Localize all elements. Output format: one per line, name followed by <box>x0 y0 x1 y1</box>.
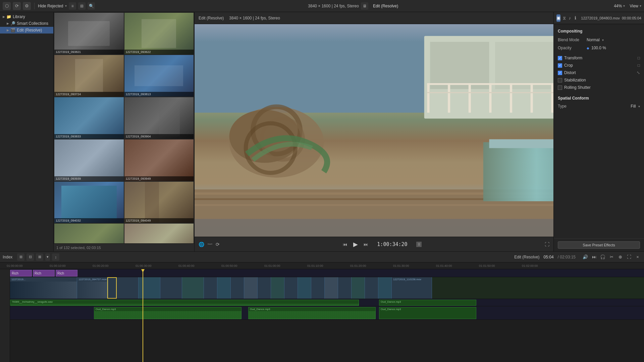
media-thumb[interactable]: 12272019_093724 <box>54 55 124 97</box>
media-thumb[interactable]: 12272019_093939 <box>54 139 124 181</box>
video-clip[interactable] <box>244 277 258 299</box>
media-thumb[interactable]: 12272019_093904 <box>124 97 194 139</box>
thumb-label: 12272019_094032 <box>54 218 124 223</box>
purple-clip-1[interactable]: Rich <box>10 270 32 277</box>
skip-back-icon[interactable]: ⏮ <box>343 242 347 247</box>
video-clip[interactable] <box>139 277 160 299</box>
video-clip-last[interactable]: 12272019_110158.mov <box>392 277 432 299</box>
media-thumb[interactable]: 12272019_093622 <box>124 13 194 54</box>
video-clip[interactable] <box>182 277 204 299</box>
list-view-icon[interactable]: ≡ <box>69 2 76 10</box>
opacity-label: Opacity <box>558 46 585 50</box>
audio-clip-oud1[interactable]: Oud_Dance.mp3 <box>94 307 241 319</box>
save-preset-button[interactable]: Save Preset Effects <box>558 241 640 249</box>
timeline-blade-icon[interactable]: ⊟ <box>26 253 34 261</box>
library-item[interactable]: ▶ 📁 Library <box>0 13 53 20</box>
video-clip[interactable] <box>160 277 182 299</box>
video-clip[interactable]: 12272019... <box>10 277 77 299</box>
media-browser-status-text: 1 of 132 selected, 02:03:15 <box>56 246 101 250</box>
media-pool-icon[interactable]: ⬡ <box>3 2 11 10</box>
transform-icon[interactable]: ⟳ <box>216 242 220 247</box>
zoom-control[interactable]: 44% ▾ <box>614 4 625 8</box>
transform-expand-icon[interactable]: □ <box>638 56 640 60</box>
media-thumb[interactable]: 12272019_094203 <box>124 224 194 243</box>
crop-checkbox[interactable] <box>558 63 562 68</box>
media-thumb[interactable]: 12272019_093813 <box>124 55 194 97</box>
sync-icon[interactable]: ⟳ <box>13 2 21 10</box>
ruler-mark: 01:01:00:00 <box>264 264 280 267</box>
play-button[interactable]: ▶ <box>351 240 360 249</box>
timeline-timecode: 05:04 <box>544 255 554 259</box>
inspector-audio-icon[interactable]: ♪ <box>568 14 571 22</box>
timeline-tool-icon[interactable]: ↕ <box>52 253 59 261</box>
timeline-fullscreen-icon[interactable]: × <box>634 253 641 261</box>
edit-resolve-item[interactable]: ▶ 🎬 Edit (Resolve) <box>0 27 53 34</box>
thumb-image <box>54 224 124 243</box>
timeline-skip-icon[interactable]: ⏭ <box>590 253 598 261</box>
boat-scene-image <box>195 24 553 237</box>
video-clip[interactable] <box>284 277 298 299</box>
video-clip[interactable] <box>204 277 217 299</box>
media-thumb[interactable]: 12272019_093833 <box>54 97 124 139</box>
distort-expand-icon[interactable]: ⤡ <box>637 70 640 75</box>
video-clip[interactable] <box>258 277 271 299</box>
zoom-value: 44% <box>614 4 622 8</box>
inspector-filter-icon[interactable]: ⧖ <box>562 14 566 22</box>
hide-rejected-dropdown[interactable]: Hide Rejected ▾ <box>38 4 67 8</box>
video-clip[interactable] <box>365 277 378 299</box>
thumb-label: 12272019_093821 <box>54 50 124 54</box>
video-clip[interactable] <box>298 277 311 299</box>
video-clip[interactable] <box>117 277 139 299</box>
inspector-filename: 12272019_084803.mov <box>581 16 620 20</box>
smart-collections-item[interactable]: ▶ 🔎 Smart Collections <box>0 20 53 27</box>
settings-icon[interactable]: ⚙ <box>23 2 31 10</box>
stabilization-checkbox[interactable] <box>558 78 562 82</box>
timeline-clip-icon[interactable]: ⊞ <box>17 253 24 261</box>
rolling-shutter-checkbox[interactable] <box>558 85 562 90</box>
thumb-label: 12272019_093939 <box>54 176 124 181</box>
video-clip[interactable] <box>338 277 352 299</box>
pause-btn[interactable]: ⏸ <box>416 242 422 247</box>
opacity-diamond-icon[interactable]: ◆ <box>587 46 589 50</box>
view-dropdown[interactable]: View ▾ <box>630 4 641 8</box>
inspector-info-icon[interactable]: ℹ <box>574 14 577 22</box>
video-clip[interactable] <box>231 277 244 299</box>
search-icon[interactable]: 🔍 <box>88 2 95 10</box>
video-clip[interactable] <box>378 277 392 299</box>
transform-checkbox[interactable] <box>558 56 562 60</box>
timeline-marker-icon[interactable]: ▾ <box>45 253 50 261</box>
audio-clip-seagulls-2[interactable]: Oud_Dance.mp3 <box>379 300 476 306</box>
globe-icon[interactable]: 🌐 <box>199 242 204 247</box>
fullscreen-icon[interactable]: ⛶ <box>545 242 549 247</box>
distort-checkbox[interactable] <box>558 71 562 75</box>
timeline-headphones-icon[interactable]: 🎧 <box>599 253 606 261</box>
audio-clip-oud2[interactable]: Oud_Dance.mp3 <box>248 307 376 319</box>
video-clip[interactable]: 12272019_084737.mov <box>77 277 107 299</box>
timeline-edit-icon[interactable]: ✂ <box>608 253 615 261</box>
video-clip[interactable] <box>352 277 365 299</box>
media-thumb[interactable]: 12272019_093949 <box>124 139 194 181</box>
audio-clip-seagulls[interactable]: 78389__lnchadney__seagulls.wav <box>10 300 359 306</box>
crop-expand-icon[interactable]: □ <box>638 63 640 68</box>
timeline-expand-icon[interactable]: ⛶ <box>625 253 633 261</box>
audio-clip-oud3[interactable]: Oud_Dance.mp3 <box>379 307 476 319</box>
media-thumb[interactable]: 12272019_094152 <box>54 224 124 243</box>
purple-clip-3[interactable]: Rich <box>56 270 77 277</box>
video-clip[interactable] <box>325 277 338 299</box>
video-clip-selected[interactable] <box>107 277 117 299</box>
video-clip[interactable] <box>217 277 231 299</box>
media-thumb[interactable]: 12272019_094032 <box>54 182 124 223</box>
timeline-snap-icon[interactable]: ⊕ <box>616 253 624 261</box>
timeline-zoom-out-icon[interactable]: 🔊 <box>582 253 589 261</box>
inspector-video-icon[interactable]: ▣ <box>556 14 560 22</box>
purple-clip-2[interactable]: Rich <box>33 270 55 277</box>
media-thumb[interactable]: 12272019_093821 <box>54 13 124 54</box>
skip-forward-icon[interactable]: ⏭ <box>364 242 368 247</box>
waveform-icon[interactable]: 〰 <box>208 242 212 247</box>
monitor-icon[interactable]: 🖥 <box>361 2 368 10</box>
video-clip[interactable] <box>311 277 325 299</box>
grid-view-icon[interactable]: ⊞ <box>78 2 86 10</box>
video-clip[interactable] <box>271 277 284 299</box>
media-thumb[interactable]: 12272019_094049 <box>124 182 194 223</box>
timeline-link-icon[interactable]: ⊠ <box>36 253 43 261</box>
